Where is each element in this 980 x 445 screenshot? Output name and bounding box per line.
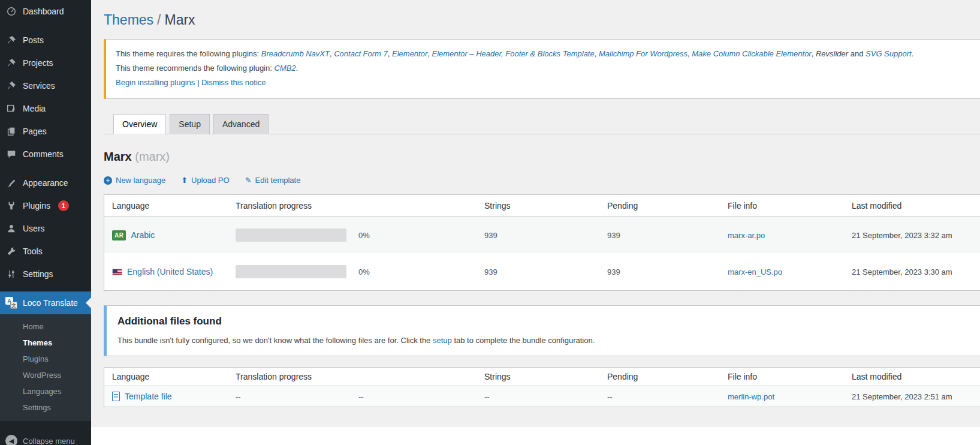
- pushpin-icon: [5, 80, 17, 92]
- collapse-arrow-icon: ◀: [5, 435, 17, 445]
- sidebar-item-users[interactable]: Users: [0, 217, 91, 240]
- sidebar-item-media[interactable]: Media: [0, 97, 91, 120]
- column-header-strings: Strings: [484, 372, 607, 381]
- menu-separator: [0, 166, 91, 172]
- collapse-menu-button[interactable]: ◀ Collapse menu: [0, 428, 91, 445]
- text: ,: [595, 49, 599, 58]
- additional-files-title: Additional files found: [117, 315, 980, 327]
- upload-po-link[interactable]: ⬆Upload PO: [181, 176, 230, 185]
- sidebar-item-label: Comments: [23, 149, 64, 159]
- tools-icon: [5, 245, 17, 257]
- tab-overview[interactable]: Overview: [113, 114, 166, 134]
- text: ,: [427, 49, 432, 58]
- text: and: [848, 49, 866, 58]
- tab-advanced[interactable]: Advanced: [213, 114, 269, 134]
- languages-table: LanguageTranslation progressStringsPendi…: [104, 194, 980, 291]
- sidebar-item-settings[interactable]: Settings: [0, 263, 91, 285]
- file-link[interactable]: marx-ar.po: [728, 231, 765, 240]
- submenu-item-wordpress[interactable]: WordPress: [0, 367, 91, 383]
- main-content: Themes/Marx This theme requires the foll…: [91, 0, 980, 445]
- language-code-badge: AR: [112, 230, 126, 240]
- plugin-link[interactable]: Make Column Clickable Elementor: [692, 49, 811, 58]
- text: ,: [812, 49, 816, 58]
- breadcrumb-themes-link[interactable]: Themes: [104, 12, 153, 28]
- language-link[interactable]: Template file: [125, 392, 172, 401]
- collapse-menu-label: Collapse menu: [23, 437, 75, 445]
- pending-count: 939: [607, 231, 728, 240]
- sidebar-item-label: Media: [23, 104, 46, 113]
- plugin-link-cmb2[interactable]: CMB2: [274, 64, 295, 73]
- sidebar-item-label: Tools: [23, 246, 43, 256]
- sidebar-item-projects[interactable]: Projects: [0, 52, 91, 74]
- action-label: New language: [116, 176, 165, 185]
- update-count-badge: 1: [58, 200, 69, 211]
- add-circle-icon: +: [104, 176, 112, 185]
- sidebar-item-plugins[interactable]: Plugins1: [0, 194, 91, 217]
- additional-files-notice: Additional files found This bundle isn't…: [104, 305, 980, 356]
- submenu-item-languages[interactable]: Languages: [0, 383, 91, 399]
- sidebar-item-appearance[interactable]: Appearance: [0, 172, 91, 194]
- plugin-link[interactable]: Contact Form 7: [334, 49, 388, 58]
- plugins-required-notice: This theme requires the following plugin…: [104, 39, 980, 99]
- sidebar-item-label: Loco Translate: [23, 298, 78, 308]
- loco-translate-icon: A文: [5, 297, 17, 309]
- column-header-language: Language: [112, 201, 236, 211]
- progress-bar-cell: --: [236, 392, 358, 401]
- plugin-link[interactable]: Elementor – Header, Footer & Blocks Temp…: [432, 49, 595, 58]
- sidebar-item-posts[interactable]: Posts: [0, 29, 91, 52]
- file-link[interactable]: marx-en_US.po: [728, 267, 782, 276]
- menu-separator: [0, 23, 91, 29]
- new-language-link[interactable]: +New language: [104, 176, 165, 185]
- sidebar-item-label: Settings: [23, 269, 53, 279]
- files-table: LanguageTranslation progressStringsPendi…: [104, 367, 980, 407]
- sidebar-item-services[interactable]: Services: [0, 74, 91, 97]
- bundle-slug: (marx): [135, 150, 170, 163]
- submenu-item-settings[interactable]: Settings: [0, 399, 91, 416]
- appearance-icon: [5, 177, 17, 189]
- pushpin-icon: [5, 57, 17, 69]
- plugin-link[interactable]: Elementor: [392, 49, 427, 58]
- progress-bar-cell: [236, 228, 358, 242]
- file-link[interactable]: merlin-wp.pot: [728, 392, 774, 401]
- language-link[interactable]: Arabic: [131, 230, 155, 240]
- submenu-item-home[interactable]: Home: [0, 318, 91, 335]
- page-title: Marx: [164, 12, 195, 28]
- breadcrumb: Themes/Marx: [104, 12, 980, 28]
- setup-tab-link[interactable]: setup: [433, 336, 452, 345]
- text: ,: [388, 49, 392, 58]
- tab-setup[interactable]: Setup: [170, 114, 210, 134]
- last-modified: 21 September, 2023 3:32 am: [852, 231, 980, 240]
- begin-installing-plugins-link[interactable]: Begin installing plugins: [116, 78, 195, 87]
- last-modified: 21 September, 2023 2:51 am: [852, 392, 980, 401]
- sidebar-item-tools[interactable]: Tools: [0, 240, 91, 263]
- dismiss-notice-link[interactable]: Dismiss this notice: [201, 78, 266, 87]
- sidebar-item-loco-translate[interactable]: A文Loco Translate: [0, 291, 91, 314]
- progress-bar: [236, 265, 346, 278]
- submenu-item-plugins[interactable]: Plugins: [0, 351, 91, 367]
- sidebar-item-pages[interactable]: Pages: [0, 120, 91, 143]
- sidebar-item-dashboard[interactable]: Dashboard: [0, 0, 91, 23]
- column-header-pending: Pending: [607, 201, 728, 211]
- file-info-cell: merlin-wp.pot: [728, 392, 852, 401]
- language-link[interactable]: English (United States): [127, 267, 213, 276]
- notice-actions: Begin installing plugins | Dismiss this …: [116, 77, 980, 89]
- text: .: [912, 49, 914, 58]
- sidebar-item-comments[interactable]: Comments: [0, 143, 91, 166]
- menu-separator: [0, 285, 91, 291]
- additional-files-text: This bundle isn't fully configured, so w…: [117, 336, 980, 345]
- bundle-actions: +New language⬆Upload PO✎Edit template: [104, 176, 980, 185]
- strings-count: 939: [484, 231, 607, 240]
- plugin-link[interactable]: Mailchimp For Wordpress: [599, 49, 687, 58]
- dashboard-icon: [5, 5, 17, 17]
- admin-menu: DashboardPostsProjectsServicesMediaPages…: [0, 0, 91, 421]
- plugin-link[interactable]: SVG Support: [866, 49, 912, 58]
- pencil-icon: ✎: [245, 176, 252, 185]
- loco-translate-submenu: HomeThemesPluginsWordPressLanguagesSetti…: [0, 314, 91, 421]
- plugin-link[interactable]: Breadcrumb NavXT: [261, 49, 330, 58]
- recommended-plugin-line: This theme recommends the following plug…: [116, 62, 980, 75]
- submenu-item-themes[interactable]: Themes: [0, 335, 91, 351]
- pending-count: 939: [607, 267, 728, 276]
- edit-template-link[interactable]: ✎Edit template: [245, 176, 301, 185]
- action-label: Upload PO: [191, 176, 230, 185]
- column-header-translation-progress: Translation progress: [236, 372, 358, 381]
